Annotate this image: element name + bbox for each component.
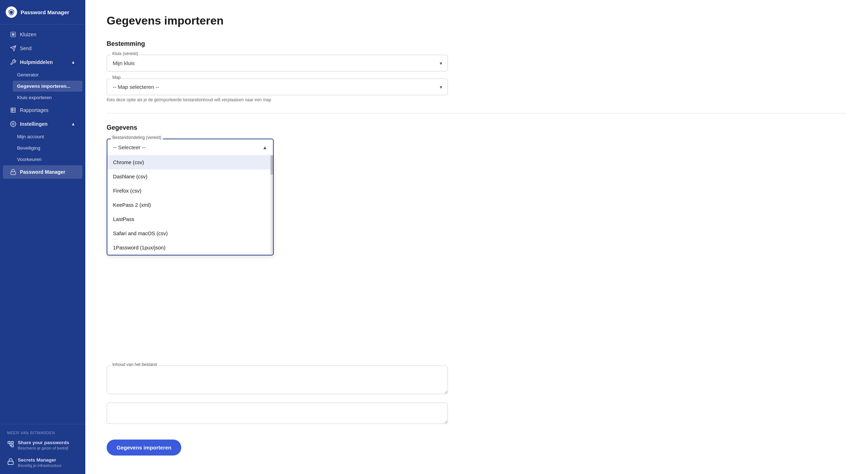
dropdown-item-firefox-csv[interactable]: Firefox (csv) (107, 184, 273, 198)
sidebar-item-voorkeuren[interactable]: Voorkeuren (13, 154, 82, 165)
dropdown-scrollbar-track (270, 155, 273, 255)
sidebar-item-generator[interactable]: Generator (13, 69, 82, 80)
main-content: Gegevens importeren Bestemming Kluis (ve… (85, 0, 868, 474)
share-passwords-subtitle: Bescherm je gezin of bedrijf (18, 446, 69, 450)
hulpmiddelen-expand-icon: ▲ (71, 60, 75, 65)
nav-sub-hulpmiddelen: Generator Gegevens importeren... Kluis e… (0, 69, 85, 103)
dropdown-item-dashlane-csv[interactable]: Dashlane (csv) (107, 169, 273, 184)
svg-rect-9 (11, 172, 16, 174)
bitwarden-logo-icon (6, 6, 17, 18)
kluis-select-wrapper: Mijn kluis ▾ (107, 55, 448, 71)
sidebar-bottom: Meer van Bitwarden Share your passwords … (0, 424, 85, 474)
dropdown-item-safari-macos-csv[interactable]: Safari and macOS (csv) (107, 226, 273, 241)
bestandsindeling-select[interactable]: -- Selecteer -- ▲ (107, 139, 274, 155)
map-field-wrapper: Map -- Map selecteren -- ▾ Kies deze opt… (107, 79, 448, 102)
dropdown-item-lastpass[interactable]: LastPass (107, 212, 273, 226)
inhoud-label: Inhoud van het bestand (111, 362, 158, 367)
sidebar-item-password-manager[interactable]: Password Manager (3, 165, 82, 179)
svg-rect-10 (8, 442, 10, 444)
bestandsindeling-wrapper: Bestandsindeling (vereist) -- Selecteer … (107, 139, 274, 255)
sidebar-nav: Kluizen Send Hulpmiddelen ▲ Generator Ge… (0, 25, 85, 424)
sidebar-item-secrets-manager[interactable]: Secrets Manager Beveilig je infrastructu… (0, 454, 85, 471)
sidebar-item-share-passwords[interactable]: Share your passwords Bescherm je gezin o… (0, 436, 85, 454)
gegevens-title: Gegevens (107, 124, 847, 131)
dropdown-scrollbar-thumb (270, 155, 273, 175)
inhoud-textarea[interactable] (107, 366, 448, 394)
bestemming-title: Bestemming (107, 40, 847, 48)
instellingen-expand-icon: ▲ (71, 122, 75, 126)
dropdown-item-keepass2-xml[interactable]: KeePass 2 (xml) (107, 198, 273, 212)
bestemming-section: Bestemming Kluis (vereist) Mijn kluis ▾ … (107, 40, 847, 102)
gegevens-section: Gegevens Bestandsindeling (vereist) -- S… (107, 124, 847, 456)
share-passwords-title: Share your passwords (18, 440, 69, 445)
secrets-manager-title: Secrets Manager (18, 457, 61, 463)
sidebar-item-beveiliging[interactable]: Beveiliging (13, 142, 82, 153)
svg-rect-12 (11, 445, 14, 447)
bestandsindeling-label: Bestandsindeling (vereist) (111, 135, 163, 140)
bestandsindeling-placeholder: -- Selecteer -- (113, 144, 146, 150)
svg-rect-15 (8, 461, 14, 464)
secrets-manager-subtitle: Beveilig je infrastructuur (18, 463, 61, 468)
svg-point-8 (12, 123, 14, 125)
sidebar-item-kluizen[interactable]: Kluizen (3, 28, 82, 41)
svg-rect-11 (11, 442, 14, 444)
map-select-wrapper: -- Map selecteren -- ▾ (107, 79, 448, 95)
extra-textarea[interactable] (107, 403, 448, 424)
map-label: Map (111, 75, 122, 80)
bestandsindeling-arrow-icon: ▲ (262, 145, 267, 150)
sidebar-item-rapportages[interactable]: Rapportages (3, 103, 82, 117)
sidebar-logo-text: Password Manager (21, 9, 69, 15)
kluis-select[interactable]: Mijn kluis (107, 55, 448, 71)
inhoud-field-wrapper: Inhoud van het bestand (107, 366, 448, 395)
dropdown-item-chrome-csv[interactable]: Chrome (csv) (107, 155, 273, 169)
section-divider (107, 113, 847, 113)
secrets-icon (7, 458, 14, 466)
sidebar-item-mijn-account[interactable]: Mijn account (13, 131, 82, 142)
sidebar-item-hulpmiddelen[interactable]: Hulpmiddelen ▲ (3, 55, 82, 69)
submit-button[interactable]: Gegevens importeren (107, 440, 181, 456)
sidebar-logo: Password Manager (0, 0, 85, 25)
map-hint: Kies deze optie als je de geïmporteerde … (107, 97, 448, 102)
dropdown-item-1password-json[interactable]: 1Password (1pux/json) (107, 241, 273, 255)
nav-sub-instellingen: Mijn account Beveiliging Voorkeuren (0, 131, 85, 165)
sidebar-item-instellingen[interactable]: Instellingen ▲ (3, 117, 82, 131)
sidebar-section-label: Meer van Bitwarden (0, 427, 85, 436)
sidebar-item-send[interactable]: Send (3, 42, 82, 55)
svg-point-2 (13, 34, 14, 35)
kluis-label: Kluis (vereist) (111, 51, 140, 56)
extra-field-wrapper (107, 403, 448, 425)
bestandsindeling-dropdown: Chrome (csv) Dashlane (csv) Firefox (csv… (107, 155, 274, 255)
map-select[interactable]: -- Map selecteren -- (107, 79, 448, 95)
share-icon (7, 441, 14, 449)
kluis-field-wrapper: Kluis (vereist) Mijn kluis ▾ (107, 55, 448, 71)
sidebar-item-gegevens-importeren[interactable]: Gegevens importeren... (13, 81, 82, 92)
page-title: Gegevens importeren (107, 14, 847, 27)
sidebar: Password Manager Kluizen Send Hulpmiddel… (0, 0, 85, 474)
sidebar-item-kluis-exporteren[interactable]: Kluis exporteren (13, 92, 82, 103)
